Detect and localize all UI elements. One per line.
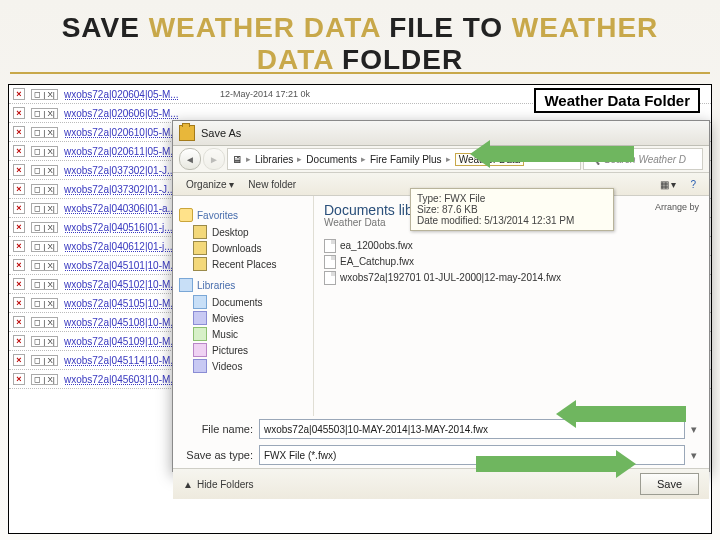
delete-icon[interactable]: × bbox=[13, 259, 25, 271]
navigation-pane: Favorites Desktop Downloads Recent Place… bbox=[173, 196, 314, 416]
libraries-group[interactable]: Libraries bbox=[179, 278, 307, 292]
dialog-title-text: Save As bbox=[201, 127, 241, 139]
recent-icon bbox=[193, 257, 207, 271]
thumb-placeholder: ◻ | X| bbox=[31, 165, 58, 176]
computer-icon: 🖥 bbox=[232, 154, 242, 165]
thumb-placeholder: ◻ | X| bbox=[31, 222, 58, 233]
sidebar-item-music[interactable]: Music bbox=[179, 326, 307, 342]
delete-icon[interactable]: × bbox=[13, 88, 25, 100]
videos-icon bbox=[193, 359, 207, 373]
arrange-by-label[interactable]: Arrange by bbox=[655, 202, 699, 212]
arrow-to-save-button bbox=[476, 450, 636, 478]
arrow-to-breadcrumb bbox=[470, 140, 634, 168]
view-options-button[interactable]: ▦ ▾ bbox=[653, 177, 684, 192]
delete-icon[interactable]: × bbox=[13, 221, 25, 233]
thumb-placeholder: ◻ | X| bbox=[31, 374, 58, 385]
file-link[interactable]: wxobs72a|020604|05-M... bbox=[64, 89, 214, 100]
file-link[interactable]: wxobs72a|020606|05-M... bbox=[64, 108, 214, 119]
file-icon bbox=[324, 255, 336, 269]
thumb-placeholder: ◻ | X| bbox=[31, 89, 58, 100]
arrow-to-filename bbox=[556, 400, 686, 428]
nav-forward-button[interactable]: ► bbox=[203, 148, 225, 170]
nav-back-button[interactable]: ◄ bbox=[179, 148, 201, 170]
libraries-icon bbox=[179, 278, 193, 292]
star-icon bbox=[179, 208, 193, 222]
sidebar-item-documents[interactable]: Documents bbox=[179, 294, 307, 310]
file-meta: 12-May-2014 17:21 0k bbox=[220, 89, 310, 99]
help-button[interactable]: ? bbox=[683, 177, 703, 192]
hide-folders-toggle[interactable]: ▲Hide Folders bbox=[183, 479, 254, 490]
chevron-up-icon: ▲ bbox=[183, 479, 193, 490]
thumb-placeholder: ◻ | X| bbox=[31, 317, 58, 328]
organize-menu[interactable]: Organize ▾ bbox=[179, 177, 241, 192]
delete-icon[interactable]: × bbox=[13, 145, 25, 157]
save-button[interactable]: Save bbox=[640, 473, 699, 495]
delete-icon[interactable]: × bbox=[13, 202, 25, 214]
file-item[interactable]: EA_Catchup.fwx bbox=[324, 254, 699, 270]
thumb-placeholder: ◻ | X| bbox=[31, 108, 58, 119]
delete-icon[interactable]: × bbox=[13, 107, 25, 119]
thumb-placeholder: ◻ | X| bbox=[31, 241, 58, 252]
delete-icon[interactable]: × bbox=[13, 335, 25, 347]
saveastype-label: Save as type: bbox=[183, 449, 253, 461]
file-list: ea_1200obs.fwxEA_Catchup.fwxwxobs72a|192… bbox=[324, 238, 699, 286]
delete-icon[interactable]: × bbox=[13, 240, 25, 252]
sidebar-item-downloads[interactable]: Downloads bbox=[179, 240, 307, 256]
thumb-placeholder: ◻ | X| bbox=[31, 260, 58, 271]
filename-label: File name: bbox=[183, 423, 253, 435]
thumb-placeholder: ◻ | X| bbox=[31, 279, 58, 290]
favorites-group[interactable]: Favorites bbox=[179, 208, 307, 222]
file-item[interactable]: wxobs72a|192701 01-JUL-2000|12-may-2014.… bbox=[324, 270, 699, 286]
callout-weather-data-folder: Weather Data Folder bbox=[534, 88, 700, 113]
delete-icon[interactable]: × bbox=[13, 183, 25, 195]
delete-icon[interactable]: × bbox=[13, 297, 25, 309]
thumb-placeholder: ◻ | X| bbox=[31, 298, 58, 309]
file-icon bbox=[324, 239, 336, 253]
pictures-icon bbox=[193, 343, 207, 357]
thumb-placeholder: ◻ | X| bbox=[31, 336, 58, 347]
delete-icon[interactable]: × bbox=[13, 354, 25, 366]
documents-icon bbox=[193, 295, 207, 309]
file-item[interactable]: ea_1200obs.fwx bbox=[324, 238, 699, 254]
thumb-placeholder: ◻ | X| bbox=[31, 127, 58, 138]
music-icon bbox=[193, 327, 207, 341]
delete-icon[interactable]: × bbox=[13, 278, 25, 290]
downloads-icon bbox=[193, 241, 207, 255]
file-icon bbox=[324, 271, 336, 285]
delete-icon[interactable]: × bbox=[13, 164, 25, 176]
thumb-placeholder: ◻ | X| bbox=[31, 184, 58, 195]
thumb-placeholder: ◻ | X| bbox=[31, 355, 58, 366]
delete-icon[interactable]: × bbox=[13, 126, 25, 138]
folder-icon bbox=[179, 125, 195, 141]
sidebar-item-movies[interactable]: Movies bbox=[179, 310, 307, 326]
delete-icon[interactable]: × bbox=[13, 316, 25, 328]
movies-icon bbox=[193, 311, 207, 325]
sidebar-item-pictures[interactable]: Pictures bbox=[179, 342, 307, 358]
slide-title: SAVE WEATHER DATA FILE TO WEATHER DATA F… bbox=[0, 0, 720, 76]
sidebar-item-videos[interactable]: Videos bbox=[179, 358, 307, 374]
file-tooltip: Type: FWX File Size: 87.6 KB Date modifi… bbox=[410, 188, 614, 231]
delete-icon[interactable]: × bbox=[13, 373, 25, 385]
desktop-icon bbox=[193, 225, 207, 239]
thumb-placeholder: ◻ | X| bbox=[31, 146, 58, 157]
thumb-placeholder: ◻ | X| bbox=[31, 203, 58, 214]
sidebar-item-desktop[interactable]: Desktop bbox=[179, 224, 307, 240]
sidebar-item-recent-places[interactable]: Recent Places bbox=[179, 256, 307, 272]
new-folder-button[interactable]: New folder bbox=[241, 177, 303, 192]
